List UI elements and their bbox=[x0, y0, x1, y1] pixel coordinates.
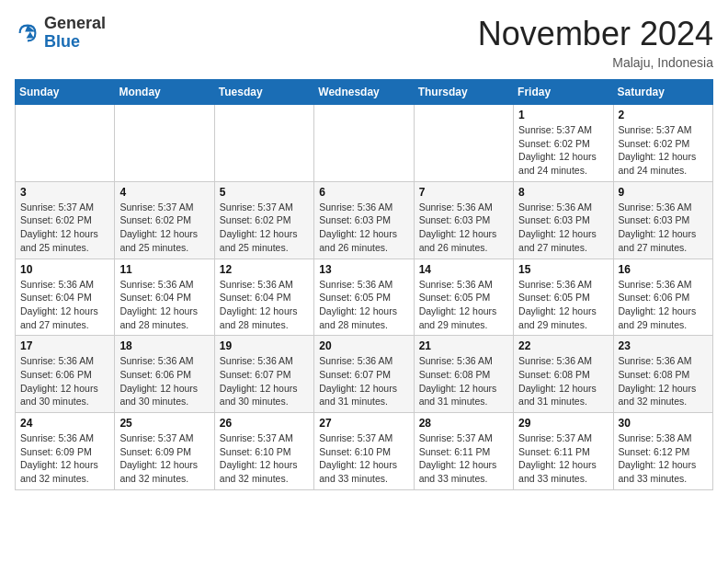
calendar-cell: 29Sunrise: 5:37 AMSunset: 6:11 PMDayligh… bbox=[514, 413, 613, 490]
calendar-cell: 24Sunrise: 5:36 AMSunset: 6:09 PMDayligh… bbox=[16, 413, 115, 490]
calendar-cell bbox=[314, 105, 414, 182]
days-of-week-row: SundayMondayTuesdayWednesdayThursdayFrid… bbox=[16, 80, 713, 105]
day-header-friday: Friday bbox=[514, 80, 613, 105]
calendar-cell: 22Sunrise: 5:36 AMSunset: 6:08 PMDayligh… bbox=[514, 336, 613, 413]
day-number: 14 bbox=[419, 263, 508, 276]
day-info: Sunrise: 5:36 AMSunset: 6:07 PMDaylight:… bbox=[220, 354, 309, 408]
calendar-cell: 10Sunrise: 5:36 AMSunset: 6:04 PMDayligh… bbox=[16, 259, 115, 336]
day-info: Sunrise: 5:37 AMSunset: 6:10 PMDaylight:… bbox=[220, 431, 309, 486]
day-info: Sunrise: 5:37 AMSunset: 6:02 PMDaylight:… bbox=[119, 201, 209, 255]
day-info: Sunrise: 5:36 AMSunset: 6:04 PMDaylight:… bbox=[119, 278, 209, 332]
calendar-cell: 5Sunrise: 5:37 AMSunset: 6:02 PMDaylight… bbox=[214, 181, 313, 259]
calendar-cell: 13Sunrise: 5:36 AMSunset: 6:05 PMDayligh… bbox=[314, 259, 414, 336]
day-info: Sunrise: 5:37 AMSunset: 6:11 PMDaylight:… bbox=[419, 431, 508, 486]
day-number: 9 bbox=[619, 186, 708, 199]
calendar-body: 1Sunrise: 5:37 AMSunset: 6:02 PMDaylight… bbox=[16, 105, 713, 490]
day-number: 10 bbox=[20, 263, 109, 276]
day-info: Sunrise: 5:37 AMSunset: 6:11 PMDaylight:… bbox=[518, 431, 608, 486]
day-number: 8 bbox=[518, 186, 608, 199]
day-info: Sunrise: 5:36 AMSunset: 6:04 PMDaylight:… bbox=[220, 278, 309, 332]
day-info: Sunrise: 5:36 AMSunset: 6:06 PMDaylight:… bbox=[119, 354, 209, 408]
day-info: Sunrise: 5:36 AMSunset: 6:05 PMDaylight:… bbox=[419, 278, 508, 332]
calendar-cell bbox=[16, 105, 115, 182]
day-info: Sunrise: 5:37 AMSunset: 6:02 PMDaylight:… bbox=[619, 123, 708, 178]
day-number: 7 bbox=[419, 186, 508, 199]
day-number: 27 bbox=[319, 417, 408, 430]
day-info: Sunrise: 5:36 AMSunset: 6:05 PMDaylight:… bbox=[518, 278, 608, 332]
calendar-cell: 6Sunrise: 5:36 AMSunset: 6:03 PMDaylight… bbox=[314, 181, 414, 259]
calendar-header: SundayMondayTuesdayWednesdayThursdayFrid… bbox=[16, 80, 713, 105]
calendar-cell: 17Sunrise: 5:36 AMSunset: 6:06 PMDayligh… bbox=[16, 336, 115, 413]
day-info: Sunrise: 5:37 AMSunset: 6:02 PMDaylight:… bbox=[518, 123, 608, 178]
calendar-cell: 27Sunrise: 5:37 AMSunset: 6:10 PMDayligh… bbox=[314, 413, 414, 490]
day-number: 15 bbox=[518, 263, 608, 276]
calendar-cell: 8Sunrise: 5:36 AMSunset: 6:03 PMDaylight… bbox=[514, 181, 613, 259]
calendar-cell: 4Sunrise: 5:37 AMSunset: 6:02 PMDaylight… bbox=[115, 181, 214, 259]
calendar-cell bbox=[414, 105, 513, 182]
calendar-cell: 20Sunrise: 5:36 AMSunset: 6:07 PMDayligh… bbox=[314, 336, 414, 413]
day-info: Sunrise: 5:36 AMSunset: 6:07 PMDaylight:… bbox=[319, 354, 408, 408]
day-number: 3 bbox=[20, 186, 109, 199]
day-info: Sunrise: 5:36 AMSunset: 6:08 PMDaylight:… bbox=[419, 354, 508, 408]
calendar-cell bbox=[115, 105, 214, 182]
day-number: 25 bbox=[119, 417, 209, 430]
logo-blue: Blue bbox=[44, 32, 80, 51]
day-info: Sunrise: 5:36 AMSunset: 6:08 PMDaylight:… bbox=[518, 354, 608, 408]
day-info: Sunrise: 5:36 AMSunset: 6:03 PMDaylight:… bbox=[319, 201, 408, 255]
title-block: November 2024 Malaju, Indonesia bbox=[478, 15, 713, 70]
day-header-monday: Monday bbox=[115, 80, 214, 105]
week-row-3: 17Sunrise: 5:36 AMSunset: 6:06 PMDayligh… bbox=[16, 336, 713, 413]
logo: General Blue bbox=[15, 15, 106, 52]
day-info: Sunrise: 5:37 AMSunset: 6:02 PMDaylight:… bbox=[220, 201, 309, 255]
day-info: Sunrise: 5:37 AMSunset: 6:10 PMDaylight:… bbox=[319, 431, 408, 486]
day-info: Sunrise: 5:38 AMSunset: 6:12 PMDaylight:… bbox=[619, 431, 708, 486]
day-number: 5 bbox=[220, 186, 309, 199]
day-number: 16 bbox=[619, 263, 708, 276]
calendar-cell: 21Sunrise: 5:36 AMSunset: 6:08 PMDayligh… bbox=[414, 336, 513, 413]
day-info: Sunrise: 5:36 AMSunset: 6:06 PMDaylight:… bbox=[20, 354, 109, 408]
day-info: Sunrise: 5:36 AMSunset: 6:04 PMDaylight:… bbox=[20, 278, 109, 332]
calendar-cell: 2Sunrise: 5:37 AMSunset: 6:02 PMDaylight… bbox=[613, 105, 712, 182]
calendar-cell: 1Sunrise: 5:37 AMSunset: 6:02 PMDaylight… bbox=[514, 105, 613, 182]
day-number: 4 bbox=[119, 186, 209, 199]
calendar-cell: 9Sunrise: 5:36 AMSunset: 6:03 PMDaylight… bbox=[613, 181, 712, 259]
week-row-0: 1Sunrise: 5:37 AMSunset: 6:02 PMDaylight… bbox=[16, 105, 713, 182]
day-number: 1 bbox=[518, 109, 608, 121]
calendar-cell bbox=[214, 105, 313, 182]
day-info: Sunrise: 5:36 AMSunset: 6:05 PMDaylight:… bbox=[319, 278, 408, 332]
calendar-cell: 18Sunrise: 5:36 AMSunset: 6:06 PMDayligh… bbox=[115, 336, 214, 413]
day-header-sunday: Sunday bbox=[16, 80, 115, 105]
day-number: 30 bbox=[619, 417, 708, 430]
week-row-2: 10Sunrise: 5:36 AMSunset: 6:04 PMDayligh… bbox=[16, 259, 713, 336]
day-number: 24 bbox=[20, 417, 109, 430]
day-header-wednesday: Wednesday bbox=[314, 80, 414, 105]
calendar-cell: 11Sunrise: 5:36 AMSunset: 6:04 PMDayligh… bbox=[115, 259, 214, 336]
calendar-cell: 16Sunrise: 5:36 AMSunset: 6:06 PMDayligh… bbox=[613, 259, 712, 336]
calendar-cell: 28Sunrise: 5:37 AMSunset: 6:11 PMDayligh… bbox=[414, 413, 513, 490]
logo-text: General Blue bbox=[44, 15, 106, 52]
calendar-cell: 14Sunrise: 5:36 AMSunset: 6:05 PMDayligh… bbox=[414, 259, 513, 336]
calendar-cell: 7Sunrise: 5:36 AMSunset: 6:03 PMDaylight… bbox=[414, 181, 513, 259]
day-number: 17 bbox=[20, 339, 109, 352]
calendar-cell: 23Sunrise: 5:36 AMSunset: 6:08 PMDayligh… bbox=[613, 336, 712, 413]
svg-rect-0 bbox=[15, 20, 40, 46]
day-number: 13 bbox=[319, 263, 408, 276]
day-info: Sunrise: 5:36 AMSunset: 6:03 PMDaylight:… bbox=[619, 201, 708, 255]
day-info: Sunrise: 5:36 AMSunset: 6:09 PMDaylight:… bbox=[20, 431, 109, 486]
location: Malaju, Indonesia bbox=[478, 55, 713, 70]
calendar-cell: 26Sunrise: 5:37 AMSunset: 6:10 PMDayligh… bbox=[214, 413, 313, 490]
logo-icon bbox=[15, 20, 40, 46]
day-number: 20 bbox=[319, 339, 408, 352]
day-info: Sunrise: 5:36 AMSunset: 6:08 PMDaylight:… bbox=[619, 354, 708, 408]
day-number: 6 bbox=[319, 186, 408, 199]
day-header-saturday: Saturday bbox=[613, 80, 712, 105]
day-info: Sunrise: 5:37 AMSunset: 6:09 PMDaylight:… bbox=[119, 431, 209, 486]
day-header-thursday: Thursday bbox=[414, 80, 513, 105]
day-number: 12 bbox=[220, 263, 309, 276]
day-header-tuesday: Tuesday bbox=[214, 80, 313, 105]
day-info: Sunrise: 5:36 AMSunset: 6:06 PMDaylight:… bbox=[619, 278, 708, 332]
day-number: 18 bbox=[119, 339, 209, 352]
day-number: 28 bbox=[419, 417, 508, 430]
day-number: 22 bbox=[518, 339, 608, 352]
page-header: General Blue November 2024 Malaju, Indon… bbox=[15, 15, 713, 70]
